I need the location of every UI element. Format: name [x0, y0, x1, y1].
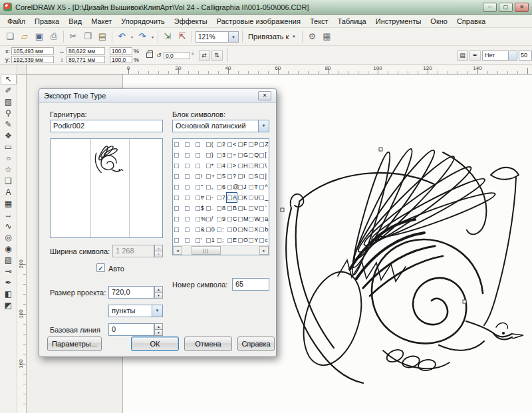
units-value[interactable]: пункты [108, 305, 152, 317]
char-checkbox[interactable] [206, 217, 211, 221]
char-checkbox[interactable] [259, 164, 264, 168]
char-cell[interactable] [184, 224, 194, 235]
char-cell[interactable]: Z [259, 139, 269, 150]
char-cell[interactable]: 4 [215, 160, 226, 171]
char-cell[interactable]: X [248, 224, 259, 235]
rectangle-tool-icon[interactable]: ▭ [1, 142, 17, 153]
units-combo[interactable]: пункты [108, 305, 163, 317]
char-checkbox[interactable] [259, 217, 264, 221]
char-cell[interactable]: ) [205, 150, 215, 160]
object-height-field[interactable]: 89,771 мм [66, 56, 105, 63]
char-cell[interactable]: K [237, 192, 248, 203]
char-checkbox[interactable] [238, 185, 243, 190]
char-checkbox[interactable] [206, 206, 211, 211]
char-cell[interactable]: $ [194, 203, 205, 213]
char-checkbox[interactable] [259, 185, 264, 190]
scrollbar-thumb[interactable] [192, 246, 221, 255]
char-checkbox[interactable] [238, 238, 243, 243]
char-cell[interactable]: [ [259, 150, 269, 160]
polygon-tool-icon[interactable]: ☆ [1, 164, 17, 176]
char-cell[interactable]: \ [259, 160, 269, 171]
char-checkbox[interactable] [238, 174, 243, 179]
char-checkbox[interactable] [249, 174, 253, 179]
char-checkbox[interactable] [206, 227, 211, 232]
symbol-block-value[interactable]: Основной латинский [172, 120, 259, 132]
outline-pen-icon[interactable]: ✒ [469, 50, 481, 61]
char-cell[interactable]: 7 [215, 192, 226, 203]
char-cell[interactable]: F [237, 139, 248, 150]
char-checkbox[interactable] [185, 217, 190, 221]
char-checkbox[interactable] [185, 196, 190, 200]
pick-tool-icon[interactable]: ↖ [1, 74, 17, 85]
char-checkbox[interactable] [227, 196, 232, 200]
y-position-field[interactable]: 192,339 мм [11, 56, 54, 63]
minimize-icon[interactable]: ─ [483, 3, 497, 12]
font-name-field[interactable]: Podkr002 [50, 120, 163, 132]
char-cell[interactable]: S [248, 171, 259, 182]
blend-tool-icon[interactable]: ◎ [1, 232, 17, 243]
char-checkbox[interactable] [206, 238, 211, 243]
char-cell[interactable] [184, 192, 194, 203]
zoom-level-value[interactable]: 121% [196, 31, 229, 43]
char-checkbox[interactable] [196, 196, 200, 200]
char-cell[interactable]: 8 [215, 203, 226, 213]
char-checkbox[interactable] [185, 238, 190, 243]
char-checkbox[interactable] [227, 185, 232, 190]
copy-icon[interactable]: ❐ [80, 30, 95, 43]
scale-x-field[interactable]: 100,0 [110, 47, 132, 55]
char-checkbox[interactable] [196, 227, 200, 232]
char-checkbox[interactable] [174, 164, 179, 168]
options-button[interactable]: Параметры... [47, 337, 102, 351]
basic-shapes-tool-icon[interactable]: ❑ [1, 176, 17, 187]
char-cell[interactable]: J [237, 182, 248, 192]
char-cell[interactable] [173, 235, 184, 245]
baseline-spinner[interactable]: ▲▼ [154, 323, 163, 336]
char-cell[interactable]: - [205, 192, 215, 203]
char-checkbox[interactable] [196, 217, 200, 221]
char-checkbox[interactable] [238, 206, 243, 211]
char-checkbox[interactable] [174, 174, 179, 179]
char-checkbox[interactable] [174, 217, 179, 221]
char-cell[interactable]: U [248, 192, 259, 203]
save-icon[interactable]: ▣ [32, 30, 47, 43]
char-cell[interactable] [173, 182, 184, 192]
ellipse-tool-icon[interactable]: ○ [1, 153, 17, 164]
open-icon[interactable]: ▱ [17, 30, 32, 43]
char-cell[interactable]: 3 [215, 150, 226, 160]
contour-tool-icon[interactable]: ◉ [1, 243, 17, 255]
dialog-close-icon[interactable]: ✕ [258, 91, 271, 100]
char-checkbox[interactable] [259, 238, 264, 243]
char-cell[interactable]: ; [215, 235, 226, 245]
close-icon[interactable]: ✕ [515, 3, 529, 12]
char-cell[interactable] [184, 160, 194, 171]
menu-item-6[interactable]: Эффекты [170, 15, 212, 27]
char-checkbox[interactable] [206, 196, 211, 200]
auto-checkbox[interactable] [96, 263, 105, 272]
menu-item-5[interactable]: Упорядочить [116, 15, 169, 27]
char-cell[interactable]: ? [226, 171, 237, 182]
char-checkbox[interactable] [227, 174, 232, 179]
cut-icon[interactable]: ✂ [66, 30, 80, 43]
char-cell[interactable] [173, 224, 184, 235]
char-checkbox[interactable] [217, 174, 221, 179]
char-checkbox[interactable] [196, 174, 200, 179]
char-cell[interactable]: 5 [215, 171, 226, 182]
char-checkbox[interactable] [217, 196, 221, 200]
mirror-horizontal-icon[interactable]: ⇄ [199, 50, 210, 61]
shape-tool-icon[interactable]: ✐ [1, 85, 17, 96]
char-cell[interactable] [173, 203, 184, 213]
char-checkbox[interactable] [196, 153, 200, 158]
char-checkbox[interactable] [249, 196, 253, 200]
char-cell[interactable]: N [237, 224, 248, 235]
char-cell[interactable]: % [194, 213, 205, 224]
char-checkbox[interactable] [174, 238, 179, 243]
redo-icon[interactable]: ↷ [135, 30, 150, 43]
char-checkbox[interactable] [249, 227, 253, 232]
scroll-right-icon[interactable] [259, 246, 269, 255]
char-checkbox[interactable] [174, 185, 179, 190]
char-checkbox[interactable] [174, 206, 179, 211]
char-checkbox[interactable] [185, 164, 190, 168]
char-cell[interactable]: Q [248, 150, 259, 160]
char-checkbox[interactable] [196, 185, 200, 190]
char-checkbox[interactable] [185, 142, 190, 147]
